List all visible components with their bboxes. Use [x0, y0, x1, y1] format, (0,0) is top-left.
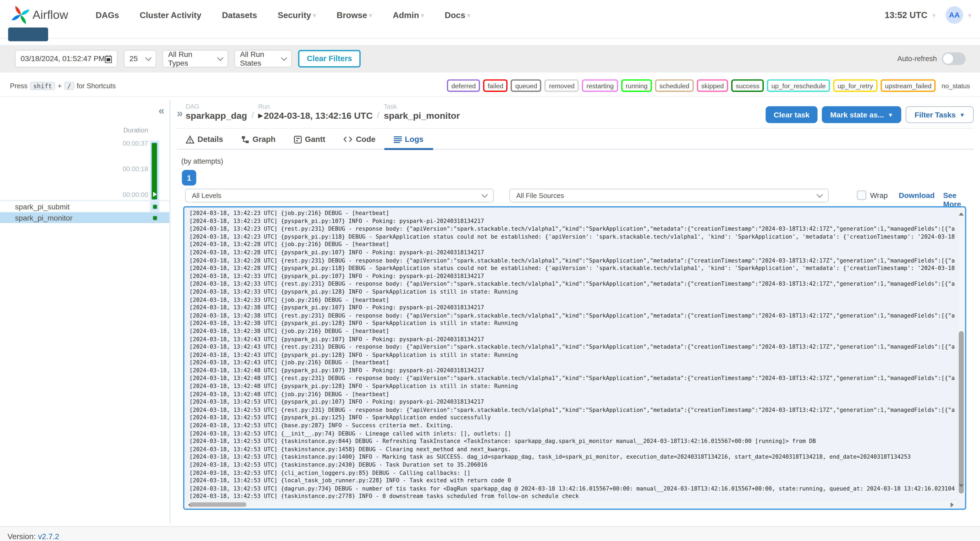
log-output-box[interactable]: [2024-03-18, 13:42:23 UTC] {job.py:216} … — [183, 206, 966, 510]
log-levels-select[interactable]: All Levels — [185, 189, 494, 202]
run-types-select[interactable]: All Run Types — [162, 50, 228, 67]
tab-gantt[interactable]: Gantt — [293, 132, 326, 148]
download-link[interactable]: Download — [899, 191, 935, 200]
tab-logs[interactable]: Logs — [393, 132, 424, 148]
vertical-scrollbar[interactable] — [958, 207, 965, 501]
task-instance-cell[interactable] — [150, 201, 159, 212]
file-sources-select[interactable]: All File Sources — [509, 189, 829, 202]
version-link[interactable]: v2.7.2 — [38, 532, 59, 541]
chevron-down-icon — [145, 55, 151, 61]
nav-item-browse[interactable]: Browse▾ — [337, 10, 372, 20]
log-controls: All Levels All File Sources Wrap Downloa… — [177, 189, 974, 203]
chevron-down-icon: ▾ — [369, 12, 372, 19]
mark-state-as-button[interactable]: Mark state as...▼ — [822, 106, 902, 123]
chevron-down-icon[interactable]: ▾ — [932, 12, 935, 19]
state-badge-skipped[interactable]: skipped — [697, 80, 728, 92]
calendar-icon — [105, 55, 112, 63]
auto-refresh-label: Auto-refresh — [897, 55, 937, 62]
duration-tick: 00:00:18 — [123, 165, 148, 172]
clear-filters-button[interactable]: Clear Filters — [298, 50, 361, 67]
clear-task-button[interactable]: Clear task — [765, 106, 818, 123]
state-legend: deferred failed queued removed restartin… — [447, 80, 970, 92]
task-row-spark-pi-submit[interactable]: spark_pi_submit — [0, 201, 169, 212]
state-badge-running[interactable]: running — [621, 80, 652, 92]
task-instance-square — [152, 215, 158, 220]
state-badge-upstream-failed[interactable]: upstream_failed — [880, 80, 936, 92]
nav-item-security[interactable]: Security▾ — [278, 10, 316, 20]
run-datetime-input[interactable]: 03/18/2024, 01:52:47 PM — [15, 50, 118, 67]
divider — [0, 96, 980, 97]
main-nav: DAGs Cluster Activity Datasets Security▾… — [96, 10, 471, 20]
state-badge-deferred[interactable]: deferred — [447, 80, 480, 92]
task-instance-cell[interactable] — [150, 212, 159, 223]
toggle-knob — [943, 54, 953, 64]
footer: Version: v2.7.2 — [0, 526, 980, 541]
logs-icon — [394, 136, 402, 143]
state-badge-failed[interactable]: failed — [483, 80, 508, 92]
warning-triangle-icon — [186, 135, 194, 143]
nav-item-dags[interactable]: DAGs — [96, 10, 119, 20]
nav-item-admin[interactable]: Admin▾ — [393, 10, 424, 20]
state-badge-queued[interactable]: queued — [511, 80, 541, 92]
state-badge-up-for-reschedule[interactable]: up_for_reschedule — [767, 80, 830, 92]
breadcrumb: DAG sparkapp_dag / Run ▶2024-03-18, 13:4… — [186, 103, 460, 121]
avatar[interactable]: AA — [946, 6, 963, 24]
detail-tabs: Details Graph Gantt Code Logs — [185, 132, 424, 148]
airflow-app: Airflow DAGs Cluster Activity Datasets S… — [0, 0, 980, 541]
task-row-spark-pi-monitor[interactable]: spark_pi_monitor — [0, 212, 169, 223]
graph-icon — [241, 135, 250, 143]
by-attempts-label: (by attempts) — [181, 158, 223, 165]
duration-axis-title: Duration — [123, 126, 148, 134]
nav-item-datasets[interactable]: Datasets — [222, 10, 257, 20]
nav-item-docs[interactable]: Docs▾ — [445, 10, 471, 20]
shortcuts-hint: Press shift + / for Shortcuts — [10, 81, 116, 90]
state-badge-scheduled[interactable]: scheduled — [655, 80, 694, 92]
panel-divider[interactable] — [169, 100, 171, 523]
filter-bar: 03/18/2024, 01:52:47 PM 25 All Run Types… — [0, 45, 980, 72]
clock-utc[interactable]: 13:52 UTC — [885, 10, 928, 20]
state-label-no-status: no_status — [942, 82, 970, 89]
scroll-up-icon[interactable] — [959, 210, 964, 215]
airflow-logo-icon — [11, 6, 30, 24]
tab-code[interactable]: Code — [343, 132, 376, 148]
chevron-down-icon: ▾ — [421, 12, 424, 19]
chevron-down-icon: ▼ — [888, 111, 893, 118]
expand-panel-icon[interactable]: » — [177, 107, 183, 120]
brand-name: Airflow — [32, 8, 68, 22]
state-badge-removed[interactable]: removed — [545, 80, 579, 92]
run-duration-bar[interactable] — [151, 142, 158, 200]
breadcrumb-run[interactable]: Run ▶2024-03-18, 13:42:16 UTC — [258, 103, 373, 121]
vertical-scrollbar-thumb[interactable] — [959, 331, 964, 493]
attempt-1-button[interactable]: 1 — [182, 170, 196, 186]
duration-tick: 00:00:37 — [123, 139, 148, 147]
gantt-icon — [294, 135, 302, 143]
breadcrumb-dag[interactable]: DAG sparkapp_dag — [186, 103, 247, 121]
tab-details[interactable]: Details — [185, 132, 224, 148]
chevron-down-icon — [281, 55, 287, 61]
scroll-right-icon[interactable] — [950, 503, 956, 508]
wrap-checkbox[interactable] — [857, 191, 866, 200]
horizontal-scrollbar[interactable] — [185, 500, 958, 509]
chevron-down-icon — [482, 192, 488, 198]
run-states-select[interactable]: All Run States — [234, 50, 292, 67]
chevron-down-icon[interactable]: ▾ — [968, 12, 971, 19]
divider — [177, 128, 974, 129]
navbar: Airflow DAGs Cluster Activity Datasets S… — [0, 0, 980, 39]
state-badge-up-for-retry[interactable]: up_for_retry — [833, 80, 877, 92]
auto-refresh-toggle[interactable] — [942, 53, 966, 65]
collapse-panel-icon[interactable]: « — [158, 105, 164, 118]
duration-tick: 00:00:00 — [123, 191, 148, 198]
horizontal-scrollbar-thumb[interactable] — [190, 503, 247, 507]
tab-graph[interactable]: Graph — [240, 132, 276, 148]
chevron-down-icon — [217, 55, 223, 61]
state-badge-success[interactable]: success — [732, 80, 764, 92]
nav-item-cluster-activity[interactable]: Cluster Activity — [140, 10, 202, 20]
breadcrumb-task[interactable]: Task spark_pi_monitor — [384, 103, 460, 121]
shift-key: shift — [30, 81, 55, 90]
page-size-select[interactable]: 25 — [124, 50, 156, 67]
filter-tasks-button[interactable]: Filter Tasks▼ — [906, 106, 974, 123]
log-lines: [2024-03-18, 13:42:23 UTC] {job.py:216} … — [189, 209, 955, 499]
scroll-down-icon[interactable] — [959, 484, 964, 490]
state-badge-restarting[interactable]: restarting — [582, 80, 618, 92]
airflow-brand[interactable]: Airflow — [11, 6, 68, 24]
